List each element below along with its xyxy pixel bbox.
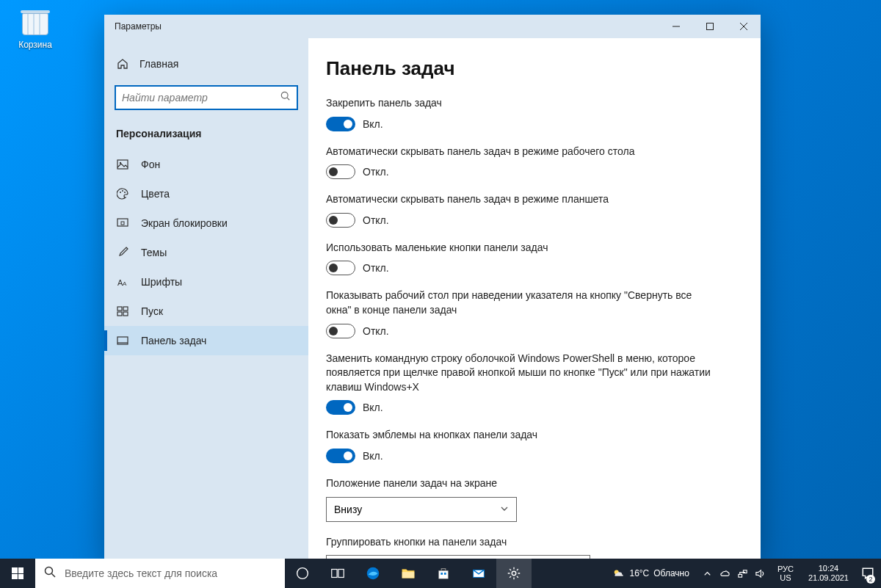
tray-volume[interactable] (753, 559, 769, 588)
sidebar: Главная Персонализация Фон Цве (104, 38, 308, 561)
home-label: Главная (139, 58, 178, 70)
network-icon (737, 568, 748, 579)
brush-icon (116, 246, 129, 259)
setting-label: Показывать рабочий стол при наведении ук… (326, 288, 715, 317)
dropdown[interactable]: Внизу (326, 497, 517, 522)
clock-time: 10:24 (808, 564, 849, 573)
minimize-button[interactable] (659, 15, 693, 38)
weather-temp: 16°C (629, 568, 649, 578)
nav-label: Шрифты (141, 276, 182, 288)
setting-dropdown: Положение панели задач на экране Внизу (326, 476, 736, 522)
action-center[interactable]: 2 (859, 559, 877, 588)
toggle-switch[interactable] (326, 164, 355, 179)
system-tray: 16°C Облачно РУС US 10:24 21.09.2021 2 (606, 559, 881, 588)
setting-label: Заменить командную строку оболочкой Wind… (326, 352, 715, 395)
gear-icon (506, 565, 522, 581)
palette-icon (116, 187, 129, 200)
maximize-button[interactable] (693, 15, 727, 38)
weather-widget[interactable]: 16°C Облачно (606, 567, 695, 580)
search-input[interactable] (115, 85, 298, 110)
svg-rect-29 (444, 573, 446, 575)
mail-button[interactable] (461, 559, 496, 588)
home-icon (116, 57, 129, 70)
task-view-button[interactable] (320, 559, 355, 588)
clock[interactable]: 10:24 21.09.2021 (802, 564, 855, 583)
tray-onedrive[interactable] (717, 559, 733, 588)
toggle-switch[interactable] (326, 324, 355, 338)
nav-fonts[interactable]: AA Шрифты (104, 267, 308, 297)
tray-network[interactable] (735, 559, 751, 588)
start-button[interactable] (0, 559, 35, 588)
svg-point-9 (122, 190, 123, 192)
toggle-state: Откл. (363, 325, 389, 337)
svg-text:A: A (123, 280, 127, 287)
nav-lockscreen[interactable]: Экран блокировки (104, 208, 308, 238)
lockscreen-icon (116, 217, 129, 230)
svg-rect-24 (332, 570, 337, 578)
svg-rect-25 (338, 570, 344, 578)
minimize-icon (672, 23, 680, 30)
search-field[interactable] (122, 92, 280, 104)
svg-rect-16 (123, 307, 128, 311)
clock-date: 21.09.2021 (808, 573, 849, 583)
picture-icon (116, 158, 129, 171)
nav-themes[interactable]: Темы (104, 238, 308, 267)
setting-toggle: Автоматически скрывать панель задач в ре… (326, 192, 736, 228)
weather-icon (612, 567, 625, 580)
toggle-switch[interactable] (326, 261, 355, 275)
setting-toggle: Показать эмблемы на кнопках панели задач… (326, 428, 736, 463)
toggle-switch[interactable] (326, 117, 355, 131)
chevron-up-icon (702, 568, 713, 579)
toggle-switch[interactable] (326, 400, 355, 415)
close-icon (740, 23, 747, 30)
content-area: Панель задач Закрепить панель задач Вкл.… (308, 38, 761, 561)
toggle-switch[interactable] (326, 213, 355, 228)
language-indicator[interactable]: РУС US (773, 565, 798, 582)
edge-button[interactable] (355, 559, 391, 588)
taskbar: Введите здесь текст для поиска 16°C Обла… (0, 559, 881, 588)
search-icon (280, 91, 291, 104)
store-icon (435, 565, 452, 581)
nav-label: Экран блокировки (141, 217, 228, 229)
edge-icon (365, 565, 381, 581)
close-button[interactable] (727, 15, 761, 38)
folder-icon (400, 565, 416, 581)
taskbar-search[interactable]: Введите здесь текст для поиска (35, 559, 285, 588)
store-button[interactable] (426, 559, 461, 588)
svg-rect-18 (123, 312, 128, 316)
nav-colors[interactable]: Цвета (104, 179, 308, 208)
mail-icon (471, 565, 487, 581)
nav-label: Цвета (141, 188, 170, 200)
lang-secondary: US (777, 573, 794, 582)
recycle-bin-label: Корзина (10, 40, 61, 50)
titlebar[interactable]: Параметры (104, 15, 761, 38)
svg-rect-15 (117, 307, 122, 311)
svg-rect-17 (117, 312, 122, 316)
recycle-bin[interactable]: Корзина (10, 6, 61, 50)
toggle-switch[interactable] (326, 449, 355, 463)
search-icon (44, 566, 56, 581)
toggle-state: Откл. (363, 214, 389, 226)
taskbar-icon (116, 334, 129, 347)
svg-point-8 (120, 192, 121, 193)
settings-button[interactable] (496, 559, 532, 588)
svg-line-22 (52, 574, 56, 578)
home-button[interactable]: Главная (104, 53, 308, 75)
toggle-state: Вкл. (363, 450, 383, 462)
toggle-state: Вкл. (363, 118, 383, 130)
svg-point-32 (512, 571, 516, 576)
cortana-button[interactable] (285, 559, 320, 588)
nav-background[interactable]: Фон (104, 150, 308, 179)
explorer-button[interactable] (391, 559, 426, 588)
setting-label: Положение панели задач на экране (326, 476, 715, 491)
setting-label: Показать эмблемы на кнопках панели задач (326, 428, 715, 443)
nav-taskbar[interactable]: Панель задач (104, 326, 308, 355)
cloud-icon (719, 568, 730, 579)
tray-chevron[interactable] (700, 559, 716, 588)
setting-label: Автоматически скрывать панель задач в ре… (326, 192, 715, 207)
nav-start[interactable]: Пуск (104, 297, 308, 326)
svg-rect-12 (121, 222, 124, 225)
svg-point-23 (297, 568, 308, 579)
toggle-state: Вкл. (363, 402, 383, 413)
nav-label: Пуск (141, 305, 163, 317)
